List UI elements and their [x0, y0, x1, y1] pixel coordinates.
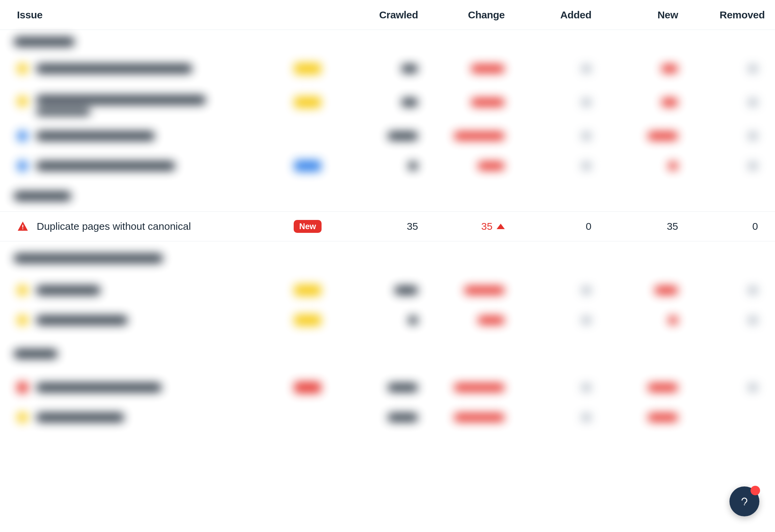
- col-header-issue[interactable]: Issue: [17, 9, 338, 21]
- new-cell: 35: [595, 221, 682, 232]
- issue-cell: Duplicate pages without canonical: [17, 221, 280, 232]
- svg-rect-0: [22, 225, 23, 228]
- change-cell: 35: [421, 221, 508, 232]
- new-badge: New: [294, 220, 321, 233]
- col-header-crawled[interactable]: Crawled: [338, 9, 421, 21]
- question-icon: [739, 496, 750, 507]
- col-header-change[interactable]: Change: [421, 9, 508, 21]
- added-cell: 0: [508, 221, 595, 232]
- col-header-new[interactable]: New: [595, 9, 682, 21]
- svg-rect-1: [22, 228, 23, 229]
- blurred-section-1: [0, 30, 775, 211]
- caret-up-icon: [497, 224, 505, 229]
- error-triangle-icon: [17, 221, 29, 232]
- tag-cell: New: [280, 220, 335, 233]
- table-header: Issue Crawled Change Added New Removed: [0, 0, 775, 30]
- help-fab[interactable]: [729, 486, 759, 516]
- change-value: 35: [481, 221, 493, 232]
- col-header-removed[interactable]: Removed: [682, 9, 768, 21]
- col-header-added[interactable]: Added: [508, 9, 595, 21]
- issue-row-duplicate-pages-without-canonical[interactable]: Duplicate pages without canonical New 35…: [0, 211, 775, 241]
- issues-table-view: Issue Crawled Change Added New Removed: [0, 0, 775, 532]
- removed-cell: 0: [682, 221, 768, 232]
- blurred-section-2: [0, 241, 775, 432]
- notification-badge-icon: [751, 486, 760, 495]
- issue-label: Duplicate pages without canonical: [37, 221, 191, 232]
- crawled-cell: 35: [335, 221, 421, 232]
